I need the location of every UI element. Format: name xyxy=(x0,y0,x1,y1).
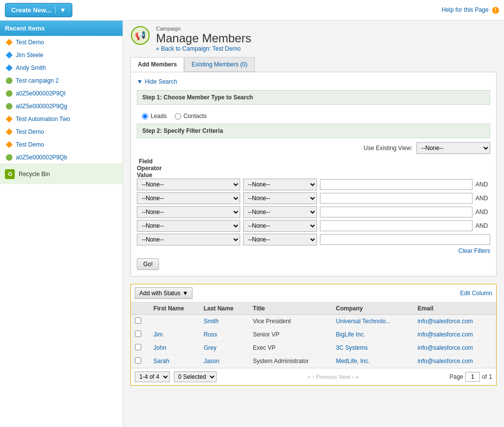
sidebar-item[interactable]: 🔶Test Demo xyxy=(0,138,123,151)
add-status-label: Add with Status xyxy=(139,290,180,297)
dropdown-arrow-icon: ▼ xyxy=(55,6,66,14)
add-status-button[interactable]: Add with Status ▼ xyxy=(135,287,192,299)
page-label: Page xyxy=(449,373,463,380)
field-select[interactable]: --None-- xyxy=(137,192,240,204)
back-link[interactable]: « Back to Campaign: Test Demo xyxy=(156,45,241,52)
first-page-btn[interactable]: « xyxy=(308,374,311,380)
sidebar-item[interactable]: 🟢Test campaign 2 xyxy=(0,74,123,87)
sidebar-item-icon: 🟢 xyxy=(5,153,13,161)
value-input[interactable] xyxy=(320,193,472,204)
email-link[interactable]: info@salesforce.com xyxy=(418,344,473,351)
recent-items-title: Recent Items xyxy=(0,21,123,36)
row-checkbox[interactable] xyxy=(135,357,141,364)
help-link[interactable]: Help for this Page ! xyxy=(441,6,499,13)
operator-select[interactable]: --None-- xyxy=(243,234,317,245)
results-table-head: First NameLast NameTitleCompanyEmail xyxy=(131,303,496,315)
sidebar-item[interactable]: 🔶Test Demo xyxy=(0,36,123,49)
company-link[interactable]: MedLife, Inc. xyxy=(336,358,370,365)
selected-select[interactable]: 0 Selected xyxy=(174,371,217,382)
go-button[interactable]: Go! xyxy=(137,258,159,270)
help-icon: ! xyxy=(492,7,499,14)
last-name-link[interactable]: Jason xyxy=(204,358,220,365)
recent-items-list: 🔶Test Demo🔷Jim Steele🔷Andy Smith🟢Test ca… xyxy=(0,36,123,164)
recycle-bin-label: Recycle Bin xyxy=(19,171,50,178)
contacts-radio[interactable] xyxy=(175,113,181,120)
clear-filters-link[interactable]: Clear Filters xyxy=(458,247,490,254)
sidebar-item-icon: 🔶 xyxy=(5,38,13,46)
campaign-icon: 📢 xyxy=(130,26,150,45)
field-select[interactable]: --None-- xyxy=(137,234,240,245)
field-select[interactable]: --None-- xyxy=(137,206,240,218)
email-link[interactable]: info@salesforce.com xyxy=(418,318,473,325)
row-checkbox[interactable] xyxy=(135,317,141,324)
count-select[interactable]: 1-4 of 4 xyxy=(135,371,170,382)
field-select[interactable]: --None-- xyxy=(137,220,240,232)
pagination-center: « ‹ Previous Next › » xyxy=(308,374,358,380)
company-link[interactable]: BigLife Inc. xyxy=(336,331,365,338)
leads-radio[interactable] xyxy=(142,113,148,120)
title-cell: Senior VP xyxy=(249,328,332,341)
sidebar-item-label: a0Z5e000002P9Qb xyxy=(16,154,67,161)
sidebar-item-icon: 🔷 xyxy=(5,51,13,59)
operator-select[interactable]: --None-- xyxy=(243,192,317,204)
last-name-link[interactable]: Grey xyxy=(204,344,217,351)
operator-select[interactable]: --None-- xyxy=(243,179,317,190)
table-body: SmithVice PresidentUniversal Technolo...… xyxy=(131,315,496,368)
last-name-link[interactable]: Ross xyxy=(204,331,217,338)
next-page-btn[interactable]: Next › xyxy=(339,374,353,380)
create-new-label: Create New... xyxy=(11,6,51,14)
leads-radio-label[interactable]: Leads xyxy=(142,113,167,120)
sidebar-item[interactable]: 🔷Jim Steele xyxy=(0,49,123,61)
operator-select[interactable]: --None-- xyxy=(243,220,317,232)
sidebar-item[interactable]: 🟢a0Z5e000002P9Qg xyxy=(0,100,123,113)
pagination-right: Page of 1 xyxy=(449,372,492,382)
first-name-link[interactable]: Jim xyxy=(154,331,163,338)
value-input[interactable] xyxy=(320,220,472,231)
row-checkbox[interactable] xyxy=(135,344,141,350)
email-link[interactable]: info@salesforce.com xyxy=(418,358,473,365)
sidebar-item[interactable]: 🟢a0Z5e000002P9QI xyxy=(0,87,123,100)
sidebar-item-label: a0Z5e000002P9QI xyxy=(16,90,65,97)
edit-column-link[interactable]: Edit Column xyxy=(460,290,492,297)
filter-row: --None----None--AND xyxy=(137,179,490,190)
field-select[interactable]: --None-- xyxy=(137,179,240,190)
value-input[interactable] xyxy=(320,179,472,190)
value-input[interactable] xyxy=(320,207,472,217)
company-link[interactable]: Universal Technolo... xyxy=(336,318,391,325)
pagination-bar: 1-4 of 4 0 Selected « ‹ Previous Next › … xyxy=(131,368,496,385)
first-name-link[interactable]: Sarah xyxy=(154,358,169,365)
sidebar-item[interactable]: 🔶Test Automation Two xyxy=(0,113,123,125)
step2-header: Step 2: Specify Filter Criteria xyxy=(137,123,490,138)
sidebar-item[interactable]: 🔷Andy Smith xyxy=(0,61,123,74)
recent-items-section: Recent Items 🔶Test Demo🔷Jim Steele🔷Andy … xyxy=(0,21,123,164)
create-new-button[interactable]: Create New... ▼ xyxy=(5,3,72,17)
leads-label: Leads xyxy=(151,113,167,120)
sidebar: Recent Items 🔶Test Demo🔷Jim Steele🔷Andy … xyxy=(0,21,123,427)
prev-page-btn[interactable]: ‹ Previous xyxy=(313,374,337,380)
tab-add-members[interactable]: Add Members xyxy=(130,57,184,72)
page-title: Manage Members xyxy=(156,31,251,45)
pagination-left: 1-4 of 4 0 Selected xyxy=(135,371,217,382)
title-cell: System Administrator xyxy=(249,355,332,368)
company-link[interactable]: 3C Systems xyxy=(336,344,368,351)
email-link[interactable]: info@salesforce.com xyxy=(418,331,473,338)
table-header-row: First NameLast NameTitleCompanyEmail xyxy=(131,303,496,315)
last-name-link[interactable]: Smith xyxy=(204,318,219,325)
hide-search-toggle[interactable]: ▼ Hide Search xyxy=(137,78,490,85)
tab-existing-members[interactable]: Existing Members (0) xyxy=(184,57,254,72)
first-name-link[interactable]: John xyxy=(154,344,166,351)
sidebar-item[interactable]: 🟢a0Z5e000002P9Qb xyxy=(0,151,123,164)
table-col-header: Last Name xyxy=(200,303,249,315)
table-col-header: Company xyxy=(332,303,414,315)
existing-view-select[interactable]: --None-- xyxy=(416,142,490,154)
recycle-bin-section[interactable]: ♻ Recycle Bin xyxy=(0,164,123,184)
row-checkbox[interactable] xyxy=(135,331,141,337)
page-input[interactable] xyxy=(465,372,480,382)
sidebar-item-icon: 🔶 xyxy=(5,141,13,149)
sidebar-item[interactable]: 🔶Test Demo xyxy=(0,125,123,138)
contacts-radio-label[interactable]: Contacts xyxy=(175,113,207,120)
last-page-btn[interactable]: » xyxy=(355,374,358,380)
operator-select[interactable]: --None-- xyxy=(243,206,317,218)
sidebar-item-label: Andy Smith xyxy=(16,64,46,71)
value-input[interactable] xyxy=(320,234,490,245)
